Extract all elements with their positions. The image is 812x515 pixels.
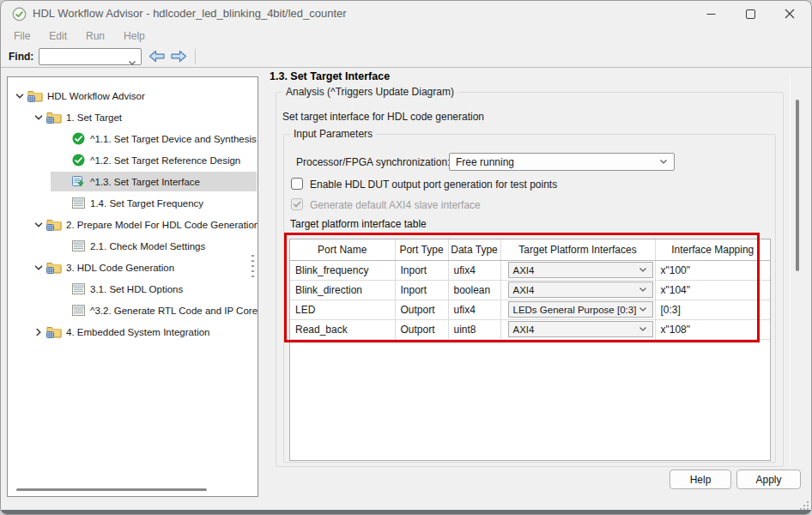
tree-item-label: 3. HDL Code Generation: [66, 263, 174, 273]
tree-item-label: ^1.1. Set Target Device and Synthesis To…: [90, 134, 258, 144]
window-title: HDL Workflow Advisor - hdlcoder_led_blin…: [33, 7, 347, 20]
column-header: Port Name: [290, 239, 395, 260]
tree-item-2[interactable]: ^1.1. Set Target Device and Synthesis To…: [8, 128, 258, 149]
maximize-button[interactable]: [730, 1, 770, 27]
chevron-expanded-icon[interactable]: [32, 220, 45, 230]
tree-item-label: HDL Workflow Advisor: [47, 91, 145, 101]
arrow-right-icon: [172, 52, 186, 62]
folder-icon: [45, 111, 63, 124]
menu-edit[interactable]: Edit: [39, 27, 76, 45]
find-previous-button[interactable]: [148, 50, 167, 64]
minimize-button[interactable]: [691, 1, 730, 27]
menu-run[interactable]: Run: [76, 27, 114, 45]
cell-port-name: Blink_direction: [290, 280, 395, 300]
interface-dropdown-value: LEDs General Purpose [0:3]: [513, 305, 637, 315]
table-row: Read_backOutportuint8AXI4x"108": [290, 319, 770, 339]
cell-interface-mapping[interactable]: x"104": [655, 280, 770, 300]
tree-item-1[interactable]: 1. Set Target: [8, 106, 258, 128]
close-button[interactable]: [770, 1, 809, 27]
analysis-group-label: Analysis (^Triggers Update Diagram): [282, 86, 458, 98]
interface-dropdown-value: AXI4: [513, 285, 535, 295]
page-title: 1.3. Set Target Interface: [270, 70, 390, 82]
cell-port-type: Inport: [395, 280, 448, 300]
find-next-button[interactable]: [170, 50, 189, 64]
axi4-slave-checkbox: [291, 198, 303, 210]
list-icon: [70, 197, 87, 209]
toolbar-separator: [195, 49, 196, 64]
tree-item-label: 1. Set Target: [66, 112, 122, 123]
panel-splitter-handle[interactable]: [251, 255, 254, 281]
apply-button[interactable]: Apply: [736, 470, 801, 489]
cell-interface-mapping[interactable]: x"100": [655, 260, 770, 280]
check-icon: [70, 154, 87, 167]
chevron-down-icon: [639, 306, 647, 312]
sync-dropdown-value: Free running: [456, 156, 514, 168]
folder-icon: [45, 325, 63, 338]
chevron-down-icon: [659, 159, 668, 165]
chevron-collapsed-icon[interactable]: [32, 327, 45, 337]
tree-item-7[interactable]: 2.1. Check Model Settings: [8, 235, 258, 257]
menu-file[interactable]: File: [4, 27, 39, 45]
hdl-workflow-advisor-window: HDL Workflow Advisor - hdlcoder_led_blin…: [0, 0, 812, 515]
interface-dropdown[interactable]: AXI4: [508, 262, 653, 278]
cell-port-name: LED: [290, 300, 395, 319]
tree-item-label: 3.1. Set HDL Options: [90, 284, 183, 294]
chevron-expanded-icon[interactable]: [13, 91, 27, 101]
table-body: Blink_frequencyInportufix4AXI4x"100"Blin…: [290, 260, 770, 339]
interface-dropdown-value: AXI4: [513, 265, 535, 276]
table-header-row: Port NamePort TypeData TypeTarget Platfo…: [290, 239, 770, 260]
cell-interface: AXI4: [500, 319, 655, 339]
chevron-down-icon: [639, 326, 647, 332]
chevron-down-icon: [639, 287, 647, 293]
column-header: Interface Mapping: [655, 239, 770, 260]
help-button[interactable]: Help: [670, 470, 731, 489]
check-icon: [70, 132, 87, 145]
chevron-expanded-icon[interactable]: [32, 263, 45, 273]
tree-item-label: 2. Prepare Model For HDL Code Generation: [66, 220, 258, 230]
cell-data-type: ufix4: [448, 300, 500, 319]
interface-dropdown[interactable]: AXI4: [508, 282, 653, 298]
tree-item-10[interactable]: ^3.2. Generate RTL Code and IP Core: [8, 300, 258, 321]
tree-item-label: ^3.2. Generate RTL Code and IP Core: [90, 306, 258, 316]
tree-item-9[interactable]: 3.1. Set HDL Options: [8, 278, 258, 300]
interface-dropdown[interactable]: LEDs General Purpose [0:3]: [508, 301, 653, 318]
tree-item-4[interactable]: ^1.3. Set Target Interface: [8, 171, 258, 192]
cell-interface-mapping[interactable]: [0:3]: [655, 300, 770, 319]
tree-item-6[interactable]: 2. Prepare Model For HDL Code Generation: [8, 214, 258, 235]
find-toolbar: Find:: [1, 45, 811, 68]
interface-dropdown[interactable]: AXI4: [508, 321, 653, 337]
cell-port-type: Inport: [395, 260, 448, 280]
tree-item-label: 1.4. Set Target Frequency: [90, 198, 203, 209]
tree-item-3[interactable]: ^1.2. Set Target Reference Design: [8, 149, 258, 171]
cell-port-type: Outport: [395, 300, 448, 319]
axi4-slave-checkbox-label: Generate default AXI4 slave interface: [310, 199, 481, 211]
sync-label: Processor/FPGA synchronization:: [296, 156, 450, 168]
sync-dropdown[interactable]: Free running: [449, 153, 675, 171]
titlebar: HDL Workflow Advisor - hdlcoder_led_blin…: [1, 1, 811, 27]
column-header: Data Type: [448, 239, 500, 260]
test-points-checkbox-label: Enable HDL DUT output port generation fo…: [310, 179, 557, 191]
column-header: Port Type: [395, 239, 448, 260]
cell-interface-mapping[interactable]: x"108": [655, 319, 770, 339]
chevron-expanded-icon[interactable]: [32, 112, 45, 123]
folder-icon: [45, 261, 63, 274]
running-icon: [70, 175, 87, 189]
list-icon: [70, 240, 87, 251]
vertical-scrollbar-thumb[interactable]: [796, 100, 799, 271]
task-description: Set target interface for HDL code genera…: [282, 111, 484, 123]
vertical-scrollbar[interactable]: [790, 74, 803, 467]
checkmark-icon: [293, 201, 301, 208]
test-points-checkbox[interactable]: [291, 178, 303, 190]
tree-item-11[interactable]: 4. Embedded System Integration: [8, 321, 258, 342]
find-input[interactable]: [39, 48, 142, 65]
menu-help[interactable]: Help: [114, 27, 155, 45]
tree-item-5[interactable]: 1.4. Set Target Frequency: [8, 192, 258, 214]
tree-item-8[interactable]: 3. HDL Code Generation: [8, 257, 258, 278]
cell-port-name: Blink_frequency: [290, 260, 395, 280]
arrow-left-icon: [150, 52, 165, 62]
table-row: LEDOutportufix4LEDs General Purpose [0:3…: [290, 300, 770, 319]
horizontal-scrollbar-thumb[interactable]: [16, 488, 207, 491]
tree-item-label: ^1.3. Set Target Interface: [90, 177, 200, 187]
folder-icon: [45, 218, 63, 231]
tree-item-0[interactable]: HDL Workflow Advisor: [8, 85, 258, 106]
